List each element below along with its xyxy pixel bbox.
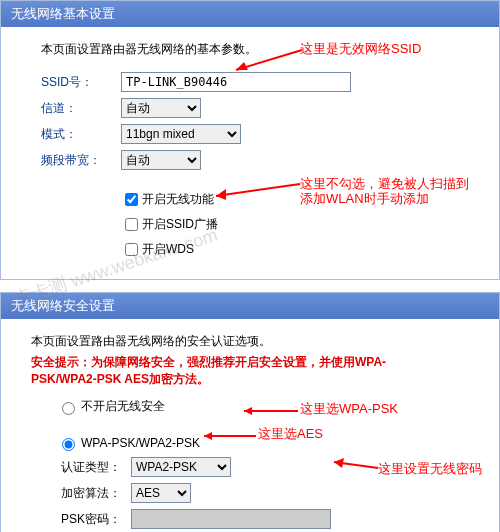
mode-select[interactable]: 11bgn mixed [121, 124, 241, 144]
enc-select[interactable]: AES [131, 483, 191, 503]
ssid-broadcast-label: 开启SSID广播 [142, 216, 218, 233]
bandwidth-row: 频段带宽： 自动 [41, 150, 471, 170]
ssid-broadcast-checkbox[interactable] [125, 218, 138, 231]
svg-marker-3 [216, 189, 226, 200]
security-header: 无线网络安全设置 [1, 293, 499, 319]
bandwidth-select[interactable]: 自动 [121, 150, 201, 170]
basic-header: 无线网络基本设置 [1, 1, 499, 27]
svg-marker-5 [244, 407, 252, 415]
psk-label: PSK密码： [61, 511, 131, 528]
channel-label: 信道： [41, 100, 121, 117]
basic-panel: 无线网络基本设置 本页面设置路由器无线网络的基本参数。 SSID号： 信道： 自… [0, 0, 500, 280]
ssid-label: SSID号： [41, 74, 121, 91]
enable-wifi-label: 开启无线功能 [142, 191, 214, 208]
enc-label: 加密算法： [61, 485, 131, 502]
auth-row: 认证类型： WPA2-PSK [61, 457, 471, 477]
tip-text1: 为保障网络安全，强烈推荐开启安全设置，并使用WPA- [91, 355, 386, 369]
wds-label: 开启WDS [142, 241, 194, 258]
wds-checkbox[interactable] [125, 243, 138, 256]
ssid-broadcast-row: 开启SSID广播 [121, 215, 471, 234]
security-intro: 本页面设置路由器无线网络的安全认证选项。 [31, 333, 471, 350]
svg-line-2 [216, 184, 300, 196]
arrow-ssid [230, 48, 310, 76]
auth-select[interactable]: WPA2-PSK [131, 457, 231, 477]
auth-label: 认证类型： [61, 459, 131, 476]
radio-wpa[interactable] [62, 438, 75, 451]
psk-input[interactable] [131, 509, 331, 529]
tip-text2: PSK/WPA2-PSK AES加密方法。 [31, 372, 209, 386]
radio-none-label: 不开启无线安全 [81, 398, 165, 415]
arrow-broadcast [210, 180, 305, 202]
bandwidth-label: 频段带宽： [41, 152, 121, 169]
wds-row: 开启WDS [121, 240, 471, 259]
tip-label: 安全提示： [31, 355, 91, 369]
arrow-aes [198, 430, 260, 444]
enable-wifi-checkbox[interactable] [125, 193, 138, 206]
mode-label: 模式： [41, 126, 121, 143]
enc-row: 加密算法： AES [61, 483, 471, 503]
channel-row: 信道： 自动 [41, 98, 471, 118]
security-tip: 安全提示：为保障网络安全，强烈推荐开启安全设置，并使用WPA- PSK/WPA2… [31, 354, 471, 388]
svg-marker-9 [334, 458, 344, 468]
channel-select[interactable]: 自动 [121, 98, 201, 118]
radio-none[interactable] [62, 402, 75, 415]
mode-row: 模式： 11bgn mixed [41, 124, 471, 144]
svg-marker-7 [204, 432, 212, 440]
security-body: 本页面设置路由器无线网络的安全认证选项。 安全提示：为保障网络安全，强烈推荐开启… [1, 319, 499, 532]
radio-wpa-row: WPA-PSK/WPA2-PSK [57, 435, 471, 451]
radio-wpa-label: WPA-PSK/WPA2-PSK [81, 436, 200, 450]
psk-row: PSK密码： [61, 509, 471, 529]
arrow-pwd [330, 458, 382, 472]
arrow-wpa [238, 405, 303, 419]
